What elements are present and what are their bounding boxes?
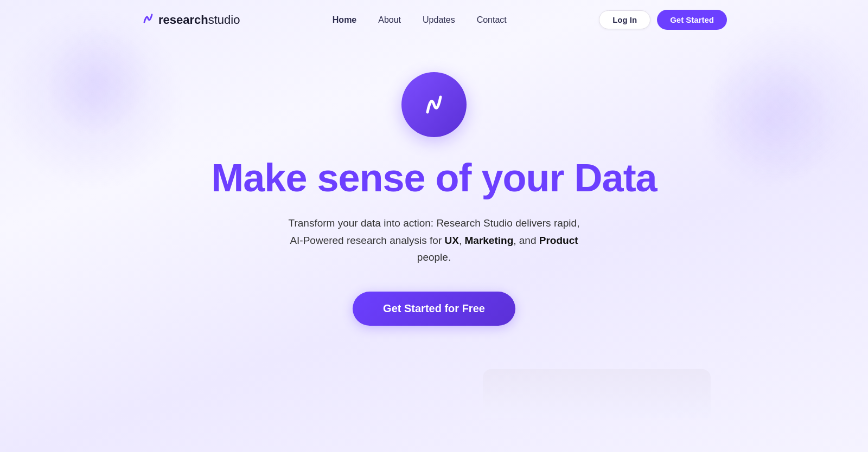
- logo-icon: [141, 11, 155, 29]
- nav-link-about[interactable]: About: [378, 15, 401, 24]
- login-button[interactable]: Log In: [599, 10, 650, 29]
- logo-brand-name: researchstudio: [158, 13, 240, 27]
- nav-actions: Log In Get Started: [599, 10, 727, 30]
- hero-title: Make sense of your Data: [211, 157, 656, 199]
- logo[interactable]: researchstudio: [141, 11, 240, 29]
- get-started-free-button[interactable]: Get Started for Free: [353, 292, 515, 326]
- hero-subtitle: Transform your data into action: Researc…: [282, 215, 586, 266]
- hero-section: Make sense of your Data Transform your d…: [0, 40, 868, 418]
- navbar: researchstudio Home About Updates Contac…: [0, 0, 868, 40]
- marketing-highlight: Marketing: [465, 235, 514, 246]
- nav-item-contact[interactable]: Contact: [477, 15, 507, 25]
- nav-item-home[interactable]: Home: [333, 15, 356, 25]
- get-started-nav-button[interactable]: Get Started: [657, 10, 727, 30]
- nav-link-updates[interactable]: Updates: [423, 15, 455, 24]
- product-highlight: Product: [539, 235, 578, 246]
- nav-item-updates[interactable]: Updates: [423, 15, 455, 25]
- hero-brand-icon: [401, 72, 467, 137]
- nav-link-home[interactable]: Home: [333, 15, 356, 24]
- bottom-card-preview: [483, 369, 711, 418]
- ux-highlight: UX: [445, 235, 459, 246]
- nav-links: Home About Updates Contact: [333, 15, 507, 25]
- nav-link-contact[interactable]: Contact: [477, 15, 507, 24]
- blob-right-decoration: [705, 18, 868, 180]
- nav-item-about[interactable]: About: [378, 15, 401, 25]
